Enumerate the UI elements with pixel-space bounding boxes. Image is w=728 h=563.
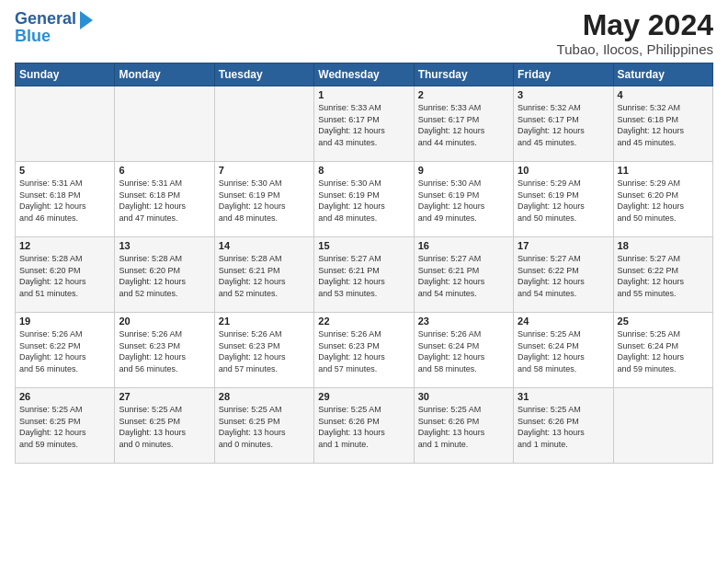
title-block: May 2024 Tubao, Ilocos, Philippines [557, 9, 713, 57]
day-cell: 10Sunrise: 5:29 AM Sunset: 6:19 PM Dayli… [514, 162, 613, 237]
day-number: 30 [418, 391, 509, 402]
day-number: 12 [19, 240, 110, 251]
col-monday: Monday [115, 63, 214, 86]
day-info: Sunrise: 5:25 AM Sunset: 6:25 PM Dayligh… [119, 404, 210, 450]
day-info: Sunrise: 5:26 AM Sunset: 6:23 PM Dayligh… [318, 328, 409, 374]
day-number: 4 [618, 89, 709, 100]
day-cell: 21Sunrise: 5:26 AM Sunset: 6:23 PM Dayli… [214, 313, 313, 388]
day-number: 29 [318, 391, 409, 402]
day-cell: 7Sunrise: 5:30 AM Sunset: 6:19 PM Daylig… [214, 162, 313, 237]
day-cell [16, 86, 115, 162]
col-wednesday: Wednesday [314, 63, 414, 86]
day-info: Sunrise: 5:26 AM Sunset: 6:22 PM Dayligh… [19, 328, 110, 374]
day-number: 17 [518, 240, 609, 251]
day-info: Sunrise: 5:33 AM Sunset: 6:17 PM Dayligh… [418, 102, 509, 148]
day-cell: 24Sunrise: 5:25 AM Sunset: 6:24 PM Dayli… [514, 313, 613, 388]
col-friday: Friday [514, 63, 613, 86]
day-cell: 31Sunrise: 5:25 AM Sunset: 6:26 PM Dayli… [514, 388, 613, 464]
day-info: Sunrise: 5:27 AM Sunset: 6:22 PM Dayligh… [518, 253, 609, 299]
day-number: 25 [618, 316, 709, 327]
day-number: 10 [518, 165, 609, 176]
day-info: Sunrise: 5:25 AM Sunset: 6:25 PM Dayligh… [219, 404, 310, 450]
page: General Blue May 2024 Tubao, Ilocos, Phi… [0, 0, 728, 473]
day-cell: 28Sunrise: 5:25 AM Sunset: 6:25 PM Dayli… [214, 388, 313, 464]
day-number: 21 [219, 316, 310, 327]
week-row-2: 12Sunrise: 5:28 AM Sunset: 6:20 PM Dayli… [16, 237, 713, 313]
day-cell [214, 86, 313, 162]
day-info: Sunrise: 5:25 AM Sunset: 6:24 PM Dayligh… [518, 328, 609, 374]
day-info: Sunrise: 5:25 AM Sunset: 6:25 PM Dayligh… [19, 404, 110, 450]
day-number: 2 [418, 89, 509, 100]
header: General Blue May 2024 Tubao, Ilocos, Phi… [15, 9, 713, 57]
day-info: Sunrise: 5:32 AM Sunset: 6:17 PM Dayligh… [518, 102, 609, 148]
day-number: 6 [119, 165, 210, 176]
day-info: Sunrise: 5:25 AM Sunset: 6:24 PM Dayligh… [618, 328, 709, 374]
day-info: Sunrise: 5:28 AM Sunset: 6:20 PM Dayligh… [19, 253, 110, 299]
day-cell: 5Sunrise: 5:31 AM Sunset: 6:18 PM Daylig… [16, 162, 115, 237]
day-cell: 12Sunrise: 5:28 AM Sunset: 6:20 PM Dayli… [16, 237, 115, 313]
day-info: Sunrise: 5:25 AM Sunset: 6:26 PM Dayligh… [518, 404, 609, 450]
day-number: 7 [219, 165, 310, 176]
day-info: Sunrise: 5:32 AM Sunset: 6:18 PM Dayligh… [618, 102, 709, 148]
day-cell: 23Sunrise: 5:26 AM Sunset: 6:24 PM Dayli… [414, 313, 513, 388]
day-cell: 22Sunrise: 5:26 AM Sunset: 6:23 PM Dayli… [314, 313, 414, 388]
day-cell: 26Sunrise: 5:25 AM Sunset: 6:25 PM Dayli… [16, 388, 115, 464]
day-number: 14 [219, 240, 310, 251]
day-info: Sunrise: 5:30 AM Sunset: 6:19 PM Dayligh… [418, 178, 509, 224]
day-info: Sunrise: 5:27 AM Sunset: 6:21 PM Dayligh… [318, 253, 409, 299]
day-cell: 11Sunrise: 5:29 AM Sunset: 6:20 PM Dayli… [613, 162, 712, 237]
day-cell: 3Sunrise: 5:32 AM Sunset: 6:17 PM Daylig… [514, 86, 613, 162]
day-cell: 9Sunrise: 5:30 AM Sunset: 6:19 PM Daylig… [414, 162, 513, 237]
day-number: 18 [618, 240, 709, 251]
day-info: Sunrise: 5:29 AM Sunset: 6:20 PM Dayligh… [618, 178, 709, 224]
day-number: 28 [219, 391, 310, 402]
calendar-table: Sunday Monday Tuesday Wednesday Thursday… [15, 63, 713, 464]
calendar-subtitle: Tubao, Ilocos, Philippines [557, 41, 713, 57]
day-cell: 14Sunrise: 5:28 AM Sunset: 6:21 PM Dayli… [214, 237, 313, 313]
day-number: 15 [318, 240, 409, 251]
week-row-4: 26Sunrise: 5:25 AM Sunset: 6:25 PM Dayli… [16, 388, 713, 464]
day-info: Sunrise: 5:29 AM Sunset: 6:19 PM Dayligh… [518, 178, 609, 224]
col-saturday: Saturday [613, 63, 712, 86]
day-info: Sunrise: 5:28 AM Sunset: 6:21 PM Dayligh… [219, 253, 310, 299]
day-cell: 15Sunrise: 5:27 AM Sunset: 6:21 PM Dayli… [314, 237, 414, 313]
day-info: Sunrise: 5:26 AM Sunset: 6:23 PM Dayligh… [119, 328, 210, 374]
col-sunday: Sunday [16, 63, 115, 86]
day-number: 11 [618, 165, 709, 176]
day-info: Sunrise: 5:26 AM Sunset: 6:23 PM Dayligh… [219, 328, 310, 374]
day-cell: 29Sunrise: 5:25 AM Sunset: 6:26 PM Dayli… [314, 388, 414, 464]
day-number: 9 [418, 165, 509, 176]
day-cell: 27Sunrise: 5:25 AM Sunset: 6:25 PM Dayli… [115, 388, 214, 464]
day-info: Sunrise: 5:25 AM Sunset: 6:26 PM Dayligh… [418, 404, 509, 450]
day-number: 13 [119, 240, 210, 251]
day-cell [613, 388, 712, 464]
day-number: 1 [318, 89, 409, 100]
day-info: Sunrise: 5:27 AM Sunset: 6:22 PM Dayligh… [618, 253, 709, 299]
day-info: Sunrise: 5:33 AM Sunset: 6:17 PM Dayligh… [318, 102, 409, 148]
day-cell: 20Sunrise: 5:26 AM Sunset: 6:23 PM Dayli… [115, 313, 214, 388]
logo-text2: Blue [15, 28, 51, 46]
calendar-title: May 2024 [557, 9, 713, 41]
day-cell: 2Sunrise: 5:33 AM Sunset: 6:17 PM Daylig… [414, 86, 513, 162]
logo-text: General [15, 10, 76, 29]
day-cell: 16Sunrise: 5:27 AM Sunset: 6:21 PM Dayli… [414, 237, 513, 313]
day-cell: 25Sunrise: 5:25 AM Sunset: 6:24 PM Dayli… [613, 313, 712, 388]
week-row-3: 19Sunrise: 5:26 AM Sunset: 6:22 PM Dayli… [16, 313, 713, 388]
day-cell [115, 86, 214, 162]
col-tuesday: Tuesday [214, 63, 313, 86]
day-cell: 13Sunrise: 5:28 AM Sunset: 6:20 PM Dayli… [115, 237, 214, 313]
day-number: 22 [318, 316, 409, 327]
day-number: 19 [19, 316, 110, 327]
day-info: Sunrise: 5:27 AM Sunset: 6:21 PM Dayligh… [418, 253, 509, 299]
day-number: 31 [518, 391, 609, 402]
day-number: 26 [19, 391, 110, 402]
day-cell: 8Sunrise: 5:30 AM Sunset: 6:19 PM Daylig… [314, 162, 414, 237]
day-cell: 17Sunrise: 5:27 AM Sunset: 6:22 PM Dayli… [514, 237, 613, 313]
day-number: 23 [418, 316, 509, 327]
day-number: 27 [119, 391, 210, 402]
logo-arrow-icon [80, 11, 93, 29]
day-cell: 6Sunrise: 5:31 AM Sunset: 6:18 PM Daylig… [115, 162, 214, 237]
day-number: 24 [518, 316, 609, 327]
day-info: Sunrise: 5:26 AM Sunset: 6:24 PM Dayligh… [418, 328, 509, 374]
day-number: 20 [119, 316, 210, 327]
